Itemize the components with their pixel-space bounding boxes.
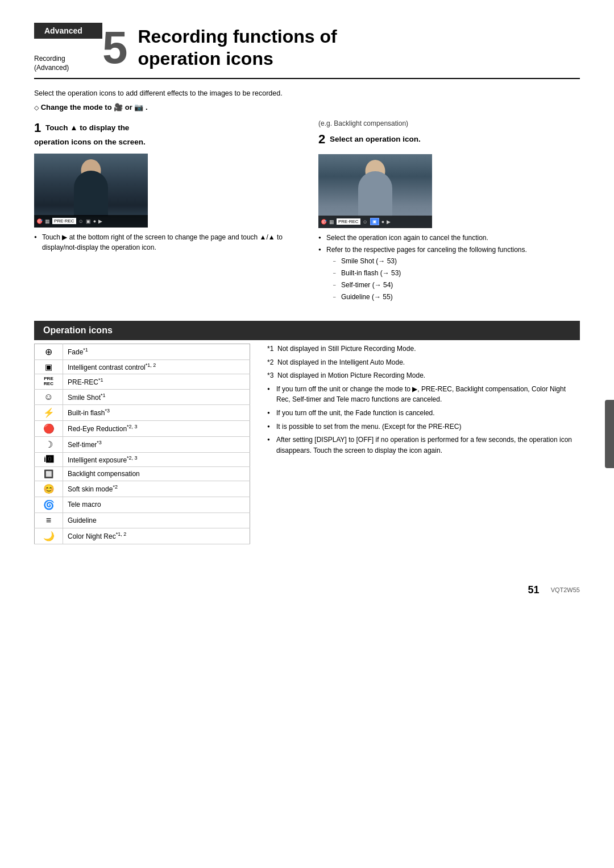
sub-item-smile: Smile Shot (→ 53) — [333, 256, 580, 266]
chapter-number: 5 — [102, 25, 128, 71]
label-fade: Fade*1 — [63, 344, 250, 359]
icon-bar-item-1: 🎯 — [36, 218, 43, 224]
step-1-heading: 1 Touch ▲ to display theoperation icons … — [34, 119, 296, 148]
icon-bar-item-4: ▣ — [86, 218, 91, 224]
icon-bar2-item-1: 🎯 — [321, 219, 327, 225]
diamond-icon: ◇ — [34, 104, 39, 111]
page-header: Advanced Recording (Advanced) 5 Recordin… — [34, 23, 580, 79]
page-footer: 51 VQT2W55 — [34, 578, 580, 596]
icon-fade: ⊕ — [35, 344, 63, 359]
table-row: ☽ Self-timer*3 — [35, 436, 250, 452]
doc-code: VQT2W55 — [551, 586, 580, 593]
recording-label-block: Recording (Advanced) — [34, 39, 85, 72]
step-2-bullet-1: Select the operation icon again to cance… — [318, 233, 580, 243]
icon-bar-2: 🎯 ▦ PRE·REC ☺ ▣ ● ▶ — [318, 216, 432, 228]
icon-bar2-prerec: PRE·REC — [337, 218, 360, 225]
sub-item-flash: Built-in flash (→ 53) — [333, 268, 580, 278]
step-2-sub-list: Smile Shot (→ 53) Built-in flash (→ 53) … — [333, 256, 580, 302]
step-2-col: (e.g. Backlight compensation) 2 Select a… — [318, 119, 580, 304]
icon-tele-macro: 🌀 — [35, 497, 63, 512]
icon-bar2-item-2: ▦ — [329, 219, 334, 225]
change-mode: ◇ Change the mode to 🎥 or 📷 . — [34, 103, 580, 111]
ops-notes: *1 Not displayed in Still Picture Record… — [267, 344, 580, 544]
advanced-label: Advanced — [34, 23, 102, 39]
label-backlight: Backlight compensation — [63, 466, 250, 481]
step-1-bullets: Touch ▶ at the bottom right of the scree… — [34, 232, 296, 253]
table-row: ≡ Guideline — [35, 512, 250, 528]
advanced-badge: Advanced Recording (Advanced) — [34, 23, 102, 72]
step-2-heading: 2 Select an operation icon. — [318, 131, 580, 148]
page-number: 51 — [528, 584, 540, 596]
icon-bar-1: 🎯 ▦ PRE·REC ☺ ▣ ● ▶ — [34, 215, 148, 228]
note-2: If you turn off the unit, the Fade funct… — [267, 408, 580, 419]
icon-bar2-highlight: ▣ — [370, 218, 379, 225]
footnote-3: *3 Not displayed in Motion Picture Recor… — [267, 370, 580, 381]
label-color-night-rec: Color Night Rec*1, 2 — [63, 528, 250, 544]
person-silhouette-2 — [358, 171, 392, 217]
icon-bar-prerec: PRE·REC — [52, 218, 76, 224]
icon-bar2-item-5: ▶ — [387, 219, 391, 225]
label-smile-shot: Smile Shot*1 — [63, 389, 250, 404]
icon-red-eye: 🔴 — [35, 420, 63, 436]
step-2-sub: (e.g. Backlight compensation) — [318, 119, 580, 127]
step-1-col: 1 Touch ▲ to display theoperation icons … — [34, 119, 296, 304]
chapter-title: Recording functions of operation icons — [138, 26, 337, 69]
icon-backlight: 🔲 — [35, 466, 63, 481]
icon-intelligent-exposure: i🅾 — [35, 452, 63, 466]
icon-bar2-item-3: ☺ — [363, 219, 368, 225]
icon-soft-skin: 😊 — [35, 481, 63, 497]
icon-built-in-flash: ⚡ — [35, 404, 63, 420]
sub-item-guideline: Guideline (→ 55) — [333, 292, 580, 302]
footnote-1: *1 Not displayed in Still Picture Record… — [267, 344, 580, 354]
table-row: 🌙 Color Night Rec*1, 2 — [35, 528, 250, 544]
note-1: If you turn off the unit or change the m… — [267, 384, 580, 405]
steps-row: 1 Touch ▲ to display theoperation icons … — [34, 119, 580, 304]
icon-bar-item-6: ▶ — [98, 218, 102, 224]
ops-layout: ⊕ Fade*1 ▣ Intelligent contrast control*… — [34, 344, 580, 544]
table-row: 😊 Soft skin mode*2 — [35, 481, 250, 497]
icon-pre-rec: PREREC — [35, 374, 63, 389]
right-tab — [605, 400, 614, 468]
table-row: ⚡ Built-in flash*3 — [35, 404, 250, 420]
table-row: ⊕ Fade*1 — [35, 344, 250, 359]
person-silhouette-1 — [74, 171, 108, 216]
sub-item-self-timer: Self-timer (→ 54) — [333, 280, 580, 290]
icon-color-night-rec: 🌙 — [35, 528, 63, 544]
table-row: ▣ Intelligent contrast control*1, 2 — [35, 359, 250, 374]
table-row: 🔴 Red-Eye Reduction*2, 3 — [35, 420, 250, 436]
footnote-2: *2 Not displayed in the Intelligent Auto… — [267, 357, 580, 368]
camera-screen-1: 🎯 ▦ PRE·REC ☺ ▣ ● ▶ — [34, 154, 148, 228]
icon-bar-item-3: ☺ — [78, 218, 84, 224]
icon-self-timer: ☽ — [35, 436, 63, 452]
table-row: PREREC PRE-REC*1 — [35, 374, 250, 389]
icon-bar-item-2: ▦ — [45, 218, 50, 224]
step-2-bullets: Select the operation icon again to cance… — [318, 233, 580, 302]
label-self-timer: Self-timer*3 — [63, 436, 250, 452]
label-pre-rec: PRE-REC*1 — [63, 374, 250, 389]
step-1-bullet-1: Touch ▶ at the bottom right of the scree… — [34, 232, 296, 253]
note-3: It is possible to set from the menu. (Ex… — [267, 421, 580, 432]
label-tele-macro: Tele macro — [63, 497, 250, 512]
ops-table: ⊕ Fade*1 ▣ Intelligent contrast control*… — [34, 344, 250, 544]
note-4: After setting [DISPLAY] to [OFF] if no o… — [267, 435, 580, 456]
table-row: i🅾 Intelligent exposure*2, 3 — [35, 452, 250, 466]
icon-guideline: ≡ — [35, 512, 63, 528]
table-row: 🌀 Tele macro — [35, 497, 250, 512]
label-red-eye: Red-Eye Reduction*2, 3 — [63, 420, 250, 436]
icon-smile-shot: ☺ — [35, 389, 63, 404]
step-2-bullet-2: Refer to the respective pages for cancel… — [318, 245, 580, 302]
intro-text: Select the operation icons to add differ… — [34, 89, 580, 97]
recording-label: Recording (Advanced) — [34, 55, 85, 72]
label-intelligent-contrast: Intelligent contrast control*1, 2 — [63, 359, 250, 374]
label-intelligent-exposure: Intelligent exposure*2, 3 — [63, 452, 250, 466]
table-row: 🔲 Backlight compensation — [35, 466, 250, 481]
icon-bar2-item-4: ● — [381, 219, 384, 225]
label-built-in-flash: Built-in flash*3 — [63, 404, 250, 420]
icon-intelligent-contrast: ▣ — [35, 359, 63, 374]
table-row: ☺ Smile Shot*1 — [35, 389, 250, 404]
camera-screen-2: 🎯 ▦ PRE·REC ☺ ▣ ● ▶ — [318, 154, 432, 228]
label-guideline: Guideline — [63, 512, 250, 528]
icon-bar-item-5: ● — [93, 218, 96, 224]
label-soft-skin: Soft skin mode*2 — [63, 481, 250, 497]
chapter-title-text: Recording functions of operation icons — [138, 26, 337, 69]
